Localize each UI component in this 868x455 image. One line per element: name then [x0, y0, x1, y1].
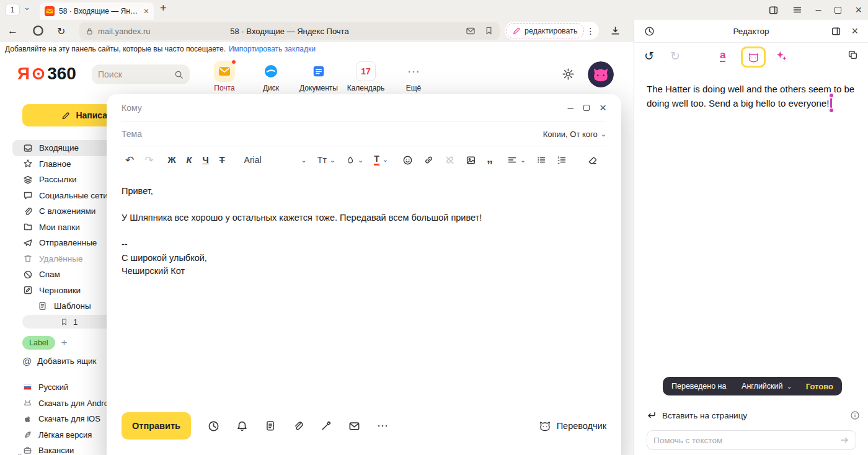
info-icon[interactable] — [850, 410, 860, 420]
compose-maximize-icon[interactable] — [583, 105, 590, 111]
copy-icon[interactable] — [848, 50, 858, 60]
cc-from-label: Копии, От кого — [543, 130, 598, 139]
text-color-select[interactable]: Т ⌄ — [374, 154, 388, 166]
insert-to-page-button[interactable]: Вставить на страницу — [647, 410, 860, 420]
ai-helper-inputbox[interactable] — [647, 430, 856, 450]
font-size-select[interactable]: Тт ⌄ — [317, 155, 335, 165]
label-tag[interactable]: Label — [22, 336, 55, 350]
service-disk[interactable]: Диск — [247, 61, 294, 92]
service-docs[interactable]: Документы — [295, 61, 342, 92]
mail-notify-icon[interactable] — [466, 26, 476, 36]
service-mail[interactable]: Почта — [201, 61, 248, 92]
eraser-icon[interactable] — [587, 155, 598, 166]
schedule-clock-icon[interactable] — [208, 420, 219, 432]
search-box[interactable] — [92, 64, 190, 84]
yandex-services-icon[interactable] — [32, 25, 44, 37]
tab-list-chevron-icon[interactable]: ⌄ — [24, 2, 30, 12]
envelope-icon[interactable] — [348, 420, 360, 432]
translator-button[interactable]: Переводчик — [539, 420, 606, 432]
quote-icon[interactable]: „ — [487, 156, 493, 161]
settings-gear-icon[interactable] — [562, 68, 575, 81]
subject-row[interactable]: Тема Копии, От кого ⌄ — [107, 122, 621, 146]
new-tab-button[interactable]: + — [160, 2, 167, 15]
search-icon[interactable] — [174, 70, 184, 79]
paperclip-icon — [22, 206, 33, 216]
pinned-filter[interactable]: 1 — [22, 315, 115, 329]
more-options-icon[interactable]: ⋯ — [377, 419, 388, 433]
address-bar[interactable]: mail.yandex.ru 58 · Входящие — Яндекс По… — [79, 22, 500, 40]
insert-arrow-icon — [647, 410, 657, 420]
text-color-icon: Т — [374, 154, 379, 166]
link-icon[interactable] — [423, 155, 434, 166]
footer-label: Лёгкая версия — [38, 430, 92, 440]
attach-paperclip-icon[interactable] — [293, 420, 304, 431]
browser-menu-icon[interactable] — [792, 5, 802, 15]
service-calendar[interactable]: 17 Календарь — [342, 61, 389, 92]
yandex-360-logo[interactable]: Я 360 — [17, 64, 76, 84]
service-more[interactable]: ⋯ Ещё — [390, 61, 437, 92]
tab-close-icon[interactable]: × — [144, 6, 149, 16]
reminder-bell-icon[interactable] — [236, 420, 248, 432]
italic-button[interactable]: К — [187, 155, 192, 165]
redo-icon[interactable]: ↷ — [144, 154, 153, 167]
to-row[interactable]: Кому – × — [107, 94, 621, 121]
search-input[interactable] — [98, 69, 166, 79]
briefcase-icon — [22, 446, 32, 455]
image-icon[interactable] — [466, 155, 476, 166]
translated-text[interactable]: The Hatter is doing well and the others … — [647, 82, 857, 111]
align-select[interactable]: ⌄ — [507, 155, 526, 165]
bookmark-icon[interactable] — [484, 26, 494, 35]
underline-button[interactable]: Ч — [203, 155, 209, 165]
collapse-sidebar-icon[interactable]: « — [17, 450, 22, 455]
emoji-icon[interactable] — [402, 155, 413, 166]
language-select[interactable]: Английский ⌄ — [742, 382, 792, 391]
active-tab[interactable]: 58 · Входящие — Янд... × — [40, 2, 154, 20]
unlink-icon[interactable] — [445, 155, 455, 166]
highlight-color-select[interactable]: ⌄ — [346, 156, 363, 164]
refresh-icon[interactable]: ↻ — [57, 25, 65, 37]
font-select[interactable]: Arial ⌄ — [244, 155, 307, 165]
compose-body[interactable]: Привет, У Шляпника все хорошо у остальны… — [107, 174, 621, 289]
editor-toolbar: ↺ ↻ a — [634, 43, 868, 71]
bold-button[interactable]: Ж — [168, 155, 176, 165]
sparkles-icon[interactable] — [776, 50, 787, 61]
chevron-down-icon: ⌄ — [787, 382, 792, 391]
add-mailbox-button[interactable]: @ Добавить ящик — [22, 356, 97, 366]
compose-minimize-icon[interactable]: – — [567, 102, 573, 114]
editor-undo-icon[interactable]: ↺ — [644, 49, 654, 63]
edit-page-button[interactable]: редактировать ⋮ — [505, 22, 599, 40]
side-panels-icon[interactable] — [768, 5, 779, 15]
footer-label: Русский — [38, 382, 68, 392]
notes-icon[interactable] — [265, 420, 276, 431]
folder-label: Отправленные — [39, 238, 97, 247]
signature-pen-icon[interactable] — [321, 420, 332, 431]
editor-panel: Редактор × ↺ ↻ a The Hatter is doing wel… — [634, 20, 868, 455]
edit-menu-icon[interactable]: ⋮ — [587, 26, 595, 36]
ai-helper-input[interactable] — [653, 436, 839, 445]
body-line: С широкой улыбкой, — [122, 252, 606, 265]
send-button[interactable]: Отправить — [122, 412, 191, 440]
bullet-list-icon[interactable] — [536, 155, 546, 165]
tab-counter[interactable]: 1 — [5, 4, 20, 16]
numbered-list-icon[interactable] — [557, 155, 567, 165]
window-minimize-button[interactable]: – — [816, 5, 822, 15]
window-maximize-button[interactable] — [835, 7, 841, 14]
downloads-icon[interactable] — [610, 25, 621, 36]
cc-from-toggle[interactable]: Копии, От кого ⌄ — [543, 130, 606, 139]
done-button[interactable]: Готово — [806, 382, 833, 391]
translate-letter-icon[interactable]: a — [720, 50, 725, 62]
editor-redo-icon[interactable]: ↻ — [670, 49, 680, 63]
compose-close-icon[interactable]: × — [600, 101, 606, 115]
folder-label: Входящие — [39, 143, 79, 152]
window-close-button[interactable]: × — [855, 4, 862, 15]
undo-icon[interactable]: ↶ — [125, 154, 134, 167]
strikethrough-button[interactable]: Т — [219, 155, 225, 165]
spam-block-icon — [22, 270, 33, 280]
back-button[interactable]: ← — [7, 25, 18, 37]
submit-arrow-icon[interactable] — [839, 435, 849, 445]
user-avatar[interactable] — [588, 61, 614, 87]
at-icon: @ — [22, 356, 32, 366]
import-bookmarks-link[interactable]: Импортировать закладки — [229, 45, 316, 53]
highlighted-cat-tool[interactable] — [741, 46, 766, 68]
add-label-button[interactable]: + — [61, 337, 68, 349]
